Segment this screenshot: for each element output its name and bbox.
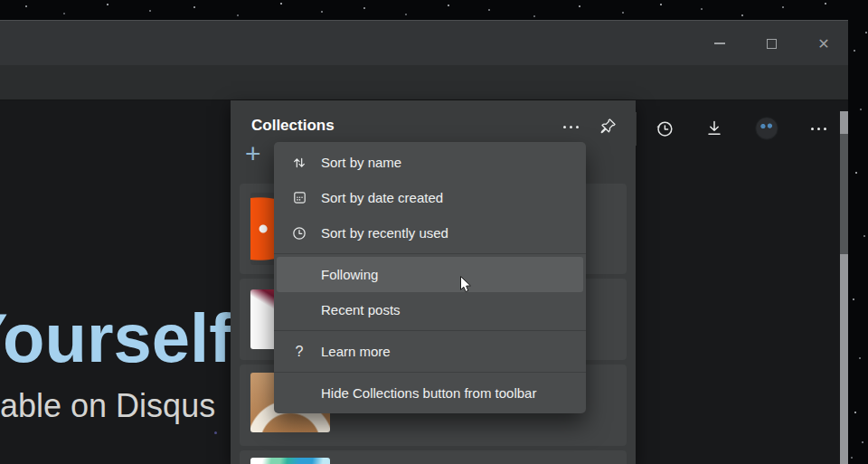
- menu-separator: [274, 330, 586, 331]
- menu-separator: [274, 372, 586, 373]
- mouse-cursor: [456, 274, 476, 299]
- page-subtext: lable on Disqus: [0, 387, 215, 425]
- minimize-icon: [714, 43, 725, 44]
- start-new-collection-button[interactable]: +: [245, 140, 261, 167]
- browser-toolbar: [0, 65, 848, 100]
- maximize-icon: [767, 39, 777, 49]
- close-icon: ✕: [817, 35, 829, 52]
- menu-item-sort-by-recently-used[interactable]: Sort by recently used: [274, 215, 586, 251]
- downloads-button[interactable]: [698, 117, 731, 140]
- title-bar: ✕: [0, 20, 848, 65]
- menu-item-recent-posts[interactable]: Recent posts: [274, 292, 586, 327]
- question-icon: ?: [288, 344, 310, 360]
- clock-icon: [288, 224, 310, 242]
- calendar-icon: [288, 189, 310, 206]
- sort-arrows-icon: [288, 154, 310, 172]
- avatar: [755, 117, 778, 140]
- menu-item-following[interactable]: Following: [277, 257, 583, 292]
- collections-context-menu: Sort by name Sort by date created Sort: [274, 142, 586, 413]
- page-scrollbar-thumb[interactable]: [840, 134, 848, 254]
- pin-icon: [599, 117, 618, 136]
- page-decoration-dot: [214, 431, 217, 434]
- menu-separator: [274, 253, 586, 254]
- more-dots-icon: [563, 126, 579, 128]
- menu-item-hide-collections-button[interactable]: Hide Collections button from toolbar: [274, 375, 586, 411]
- desktop: ✕: [0, 0, 868, 464]
- minimize-button[interactable]: [699, 21, 741, 66]
- history-button[interactable]: [648, 117, 681, 140]
- history-icon: [654, 118, 675, 139]
- profile-button[interactable]: [750, 117, 783, 140]
- menu-item-sort-by-date-created[interactable]: Sort by date created: [274, 180, 586, 215]
- menu-item-learn-more[interactable]: ? Learn more: [274, 334, 586, 369]
- close-button[interactable]: ✕: [803, 21, 844, 66]
- collection-card[interactable]: [240, 450, 627, 464]
- page-headline: Yourself: [0, 298, 231, 377]
- menu-item-sort-by-name[interactable]: Sort by name: [274, 145, 586, 180]
- settings-more-button[interactable]: [802, 117, 835, 140]
- page-scrollbar-track[interactable]: [840, 111, 848, 464]
- maximize-button[interactable]: [750, 21, 792, 66]
- collections-more-button[interactable]: [556, 116, 585, 137]
- starfield-background: [0, 0, 2, 2]
- collections-panel-title: Collections: [251, 117, 335, 135]
- teal-illustration-thumbnail: [250, 458, 330, 464]
- cursor-arrow-icon: [456, 274, 476, 296]
- more-dots-icon: [811, 128, 826, 130]
- download-icon: [703, 118, 725, 139]
- pin-panel-button[interactable]: [596, 114, 619, 137]
